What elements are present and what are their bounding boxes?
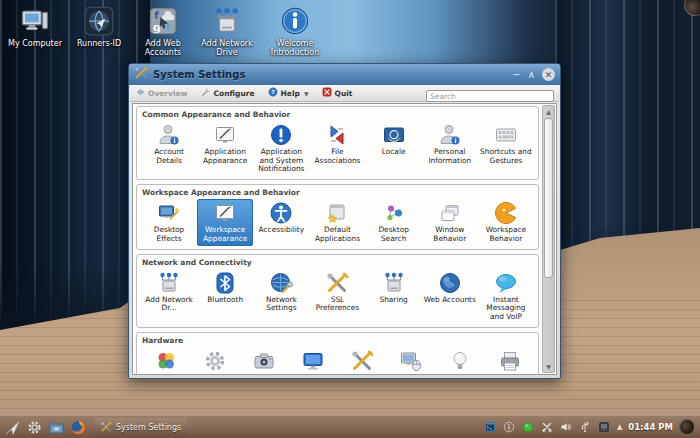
settings-item-printers[interactable]: Printers xyxy=(485,347,534,375)
tray-expand-arrow-icon[interactable]: ▲ xyxy=(617,423,622,431)
scrollbar-thumb[interactable] xyxy=(544,118,553,278)
bluetooth-icon xyxy=(198,271,252,296)
search-input[interactable] xyxy=(426,90,554,102)
desktop-icon-add-network-drive[interactable]: Add Network Drive xyxy=(198,5,256,57)
settings-item-power-management[interactable]: Power Management xyxy=(435,347,485,375)
quit-button[interactable]: Quit xyxy=(322,87,353,99)
device-notifier-icon[interactable] xyxy=(598,421,611,434)
terminal-icon[interactable] xyxy=(484,421,497,434)
desktop-icon-label: Add Web Accounts xyxy=(134,39,192,57)
settings-item-instant-messaging-and-voip[interactable]: Instant Messaging and VoIP xyxy=(478,269,534,324)
scroll-down-arrow-icon[interactable]: ▼ xyxy=(543,361,554,372)
configure-button[interactable]: Configure xyxy=(201,87,255,99)
help-dropdown-caret-icon[interactable]: ▼ xyxy=(304,90,309,97)
close-button[interactable]: ✕ xyxy=(542,68,555,81)
scroll-up-arrow-icon[interactable]: ▲ xyxy=(543,106,554,117)
locale-icon xyxy=(367,123,421,148)
settings-item-device-actions[interactable]: Device Actions xyxy=(190,347,239,375)
desktop-icon-welcome-introduction[interactable]: Welcome Introduction xyxy=(262,5,328,57)
titlebar[interactable]: System Settings − ∧ ✕ xyxy=(129,64,560,85)
ssl-preferences-icon xyxy=(310,271,364,296)
settings-item-application-and-system-notifications[interactable]: Application and System Notifications xyxy=(253,121,309,176)
overview-button[interactable]: Overview xyxy=(135,87,188,99)
settings-item-network-settings[interactable]: Network Settings xyxy=(253,269,309,315)
settings-item-sharing[interactable]: Sharing xyxy=(366,269,422,307)
minimize-button[interactable]: − xyxy=(512,70,520,80)
sharing-icon xyxy=(367,271,421,296)
settings-item-label: Web Accounts xyxy=(423,296,477,305)
application-and-system-notifications-icon xyxy=(254,123,308,148)
settings-item-workspace-appearance[interactable]: Workspace Appearance xyxy=(197,199,253,245)
svg-text:?: ? xyxy=(271,89,274,95)
settings-item-label: Locale xyxy=(367,148,421,157)
category-title: Common Appearance and Behavior xyxy=(142,110,534,119)
category-title: Workspace Appearance and Behavior xyxy=(142,188,534,197)
klipper-icon[interactable] xyxy=(541,421,554,434)
settings-item-window-behavior[interactable]: Window Behavior xyxy=(422,199,478,245)
settings-item-label: Shortcuts and Gestures xyxy=(479,148,533,165)
settings-item-label: Information Sources xyxy=(338,374,385,375)
category-hardware: HardwareColorDevice ActionsDigital Camer… xyxy=(136,332,539,375)
desktop-icon-runners-id[interactable]: Runners-ID xyxy=(70,5,128,57)
settings-item-label: Device Actions xyxy=(191,374,238,375)
settings-item-desktop-search[interactable]: Desktop Search xyxy=(366,199,422,245)
settings-item-color[interactable]: Color xyxy=(141,347,190,375)
category-network-and-connectivity: Network and ConnectivityAdd Network Dr..… xyxy=(136,254,539,328)
file-associations-icon xyxy=(310,123,364,148)
power-management-icon xyxy=(436,349,484,374)
settings-item-label: Bluetooth xyxy=(198,296,252,305)
settings-item-ssl-preferences[interactable]: SSL Preferences xyxy=(309,269,365,315)
scrollbar[interactable]: ▲ ▼ xyxy=(542,105,555,373)
settings-item-web-accounts[interactable]: Web Accounts xyxy=(422,269,478,307)
settings-item-accessibility[interactable]: Accessibility xyxy=(253,199,309,237)
maximize-button[interactable]: ∧ xyxy=(528,70,535,80)
printers-icon xyxy=(486,349,533,374)
file-manager-icon[interactable] xyxy=(47,418,66,437)
settings-item-display-and-monit[interactable]: Display and Monit... xyxy=(288,347,337,375)
desktop-icon-label: Runners-ID xyxy=(77,39,121,48)
desktop-icon-label: My Computer xyxy=(8,39,62,48)
volume-icon[interactable] xyxy=(560,421,573,434)
settings-item-account-details[interactable]: Account Details xyxy=(141,121,197,167)
settings-icon[interactable] xyxy=(25,418,44,437)
computer-icon xyxy=(19,5,51,37)
settings-item-bluetooth[interactable]: Bluetooth xyxy=(197,269,253,307)
desktop-icon-my-computer[interactable]: My Computer xyxy=(6,5,64,57)
system-settings-task-icon xyxy=(100,418,112,437)
web-accounts-tile-icon: fgt xyxy=(147,5,179,37)
settings-item-add-network-dr[interactable]: Add Network Dr... xyxy=(141,269,197,315)
help-icon: ? xyxy=(268,87,278,99)
tray-info-icon[interactable] xyxy=(503,421,516,434)
display-and-monit-icon xyxy=(289,349,336,374)
settings-item-label: Workspace Behavior xyxy=(479,226,533,243)
settings-item-personal-information[interactable]: Personal Information xyxy=(422,121,478,167)
network-drive-icon xyxy=(211,5,243,37)
usb-icon[interactable] xyxy=(579,421,592,434)
settings-item-label: Window Behavior xyxy=(423,226,477,243)
desktop-search-icon xyxy=(367,201,421,226)
settings-item-digital-camera[interactable]: Digital Camera xyxy=(239,347,288,375)
settings-item-information-sources[interactable]: Information Sources xyxy=(337,347,386,375)
settings-item-shortcuts-and-gestures[interactable]: Shortcuts and Gestures xyxy=(478,121,534,167)
desktop-icon-add-web-accounts[interactable]: fgtAdd Web Accounts xyxy=(134,5,192,57)
help-button[interactable]: ? Help xyxy=(268,87,300,99)
panel-toolbox-cashew-icon[interactable] xyxy=(679,419,695,435)
settings-item-locale[interactable]: Locale xyxy=(366,121,422,159)
settings-item-file-associations[interactable]: File Associations xyxy=(309,121,365,167)
firefox-icon[interactable] xyxy=(69,418,88,437)
settings-item-application-appearance[interactable]: Application Appearance xyxy=(197,121,253,167)
settings-item-label: Printers xyxy=(486,374,533,375)
status-green-icon[interactable] xyxy=(522,421,535,434)
settings-item-default-applications[interactable]: Default Applications xyxy=(309,199,365,245)
account-details-icon xyxy=(142,123,196,148)
application-appearance-icon xyxy=(198,123,252,148)
settings-item-label: Network Settings xyxy=(254,296,308,313)
settings-item-desktop-effects[interactable]: Desktop Effects xyxy=(141,199,197,245)
digital-camera-icon xyxy=(240,349,287,374)
launcher-icon[interactable] xyxy=(3,418,22,437)
system-tray: ▲ 01:44 PM xyxy=(484,419,697,435)
settings-item-input-devices[interactable]: Input Devices xyxy=(386,347,435,375)
settings-item-workspace-behavior[interactable]: Workspace Behavior xyxy=(478,199,534,245)
task-system-settings[interactable]: System Settings xyxy=(94,418,187,437)
settings-item-label: Add Network Dr... xyxy=(142,296,196,313)
